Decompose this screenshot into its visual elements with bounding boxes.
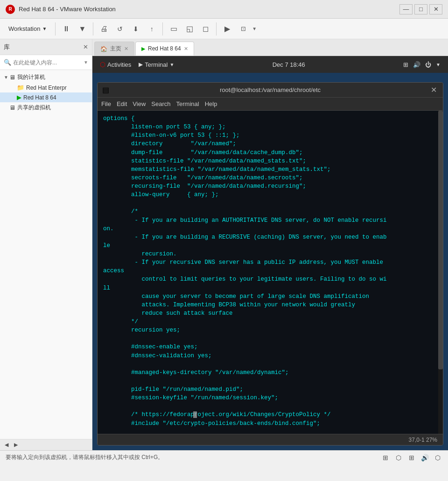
power-chevron-icon: ▼ <box>436 62 441 67</box>
tab-home-close-button[interactable]: ✕ <box>124 46 128 52</box>
status-bar: 要将输入定向到该虚拟机，请将鼠标指针移入其中或按 Ctrl+G。 ⊞ ⬡ ⊞ 🔊… <box>0 450 448 464</box>
status-icon-5[interactable]: ⬡ <box>433 453 442 462</box>
sidebar-search-container: 🔍 ▼ <box>0 55 92 70</box>
maximize-button[interactable]: □ <box>414 4 427 14</box>
tab-redhat[interactable]: ▶ Red Hat 8 64 ✕ <box>135 42 194 56</box>
terminal-close-button[interactable]: ✕ <box>429 85 438 95</box>
search-chevron-icon[interactable]: ▼ <box>84 60 88 65</box>
sidebar-prev-button[interactable]: ◀ <box>2 441 11 449</box>
tab-bar: 🏠 主页 ✕ ▶ Red Hat 8 64 ✕ <box>92 39 448 56</box>
sidebar-item-redhat-enterprise[interactable]: 📁 Red Hat Enterpr <box>0 83 92 92</box>
sidebar-close-button[interactable]: ✕ <box>83 43 88 50</box>
status-icon-2[interactable]: ⬡ <box>394 453 403 462</box>
status-icon-1[interactable]: ⊞ <box>381 453 390 462</box>
status-icon-4[interactable]: 🔊 <box>420 453 429 462</box>
sidebar-header: 库 ✕ <box>0 39 92 55</box>
send-ctrl-alt-del-button[interactable]: 🖨 <box>97 22 111 36</box>
view-normal-button[interactable]: ▭ <box>167 22 181 36</box>
vm-topbar: ⬡ Activities ▶ Terminal ▼ Dec 7 18:46 ⊞ … <box>92 56 448 73</box>
activities-button[interactable]: ⬡ Activities <box>100 61 131 68</box>
sidebar-item-redhat-64[interactable]: ▶ Red Hat 8 64 <box>0 92 92 102</box>
terminal-chevron-icon: ▼ <box>169 62 174 67</box>
terminal-app-button[interactable]: ▶ Terminal ▼ <box>139 61 174 68</box>
terminal-body[interactable]: options { listen-on port 53 { any; }; #l… <box>98 111 443 434</box>
toolbar-separator-3 <box>162 22 163 35</box>
menu-bar: Workstation ▼ ⏸ ▼ 🖨 ↺ ⬇ ↑ ▭ ◱ ◻ ▶ ⊡ ▼ <box>0 19 448 39</box>
terminal-icon: ▶ <box>139 61 143 68</box>
network-status-icon: ⊞ <box>403 61 408 68</box>
toolbar-separator-1 <box>55 22 56 35</box>
view-fullscreen-button[interactable]: ◱ <box>182 22 196 36</box>
sidebar-item-mycomputer[interactable]: ▼ 🖥 我的计算机 <box>0 72 92 83</box>
sidebar-bottom: ◀ ▶ <box>0 439 92 450</box>
terminal-statusbar: 37,0-1 27% <box>98 434 443 445</box>
terminal-menu-file[interactable]: File <box>101 100 111 107</box>
pause-button[interactable]: ⏸ <box>59 22 73 36</box>
main-area: 库 ✕ 🔍 ▼ ▼ 🖥 我的计算机 📁 Red Hat Enterpr ▶ Re… <box>0 39 448 450</box>
view-unity-button[interactable]: ◻ <box>198 22 212 36</box>
toolbar-btn-2[interactable]: ▼ <box>75 22 89 36</box>
folder-icon: 📁 <box>17 84 24 91</box>
suspend-button[interactable]: ⬇ <box>129 22 143 36</box>
vm-tab-icon: ▶ <box>141 46 145 52</box>
share-button[interactable]: ↑ <box>145 22 159 36</box>
status-icon-3[interactable]: ⊞ <box>407 453 416 462</box>
workstation-menu[interactable]: Workstation ▼ <box>4 23 51 34</box>
status-message: 要将输入定向到该虚拟机，请将鼠标指针移入其中或按 Ctrl+G。 <box>6 453 163 461</box>
sidebar-item-shared[interactable]: 🖥 共享的虚拟机 <box>0 102 92 113</box>
toolbar-separator-4 <box>216 22 217 35</box>
minimize-button[interactable]: — <box>399 4 413 14</box>
preferences-button[interactable]: ▶ <box>220 22 234 36</box>
computer-icon: 🖥 <box>9 74 15 81</box>
tab-area: 🏠 主页 ✕ ▶ Red Hat 8 64 ✕ ⬡ Activities <box>92 39 448 450</box>
home-icon: 🏠 <box>100 46 107 52</box>
sidebar: 库 ✕ 🔍 ▼ ▼ 🖥 我的计算机 📁 Red Hat Enterpr ▶ Re… <box>0 39 92 450</box>
toolbar-separator-2 <box>93 22 93 35</box>
volume-icon: 🔊 <box>413 61 420 68</box>
vm-datetime: Dec 7 18:46 <box>273 61 305 68</box>
title-bar: R Red Hat 8 64 - VMware Workstation — □ … <box>0 0 448 19</box>
terminal-menu-help[interactable]: Help <box>205 100 217 107</box>
terminal-menu-edit[interactable]: Edit <box>117 100 127 107</box>
app-logo: R <box>6 5 15 14</box>
terminal-titlebar: ▤ root@localhost:/var/named/chroot/etc ✕ <box>98 83 443 98</box>
terminal-scrollbar[interactable] <box>438 111 443 434</box>
terminal-title: root@localhost:/var/named/chroot/etc <box>112 86 429 93</box>
search-icon: 🔍 <box>4 59 11 66</box>
sidebar-next-button[interactable]: ▶ <box>11 441 21 449</box>
vm-running-icon: ▶ <box>17 94 21 101</box>
snapshot-manager-button[interactable]: ⊡ <box>236 22 250 36</box>
search-input[interactable] <box>13 59 84 66</box>
window-controls: — □ ✕ <box>399 4 442 14</box>
terminal-menu-view[interactable]: View <box>133 100 146 107</box>
close-button[interactable]: ✕ <box>429 4 442 14</box>
terminal-scroll-thumb[interactable] <box>438 111 443 369</box>
terminal-output: options { listen-on port 53 { any; }; #l… <box>103 114 437 428</box>
tab-home[interactable]: 🏠 主页 ✕ <box>94 42 134 56</box>
terminal-menu-search[interactable]: Search <box>151 100 170 107</box>
sidebar-tree: ▼ 🖥 我的计算机 📁 Red Hat Enterpr ▶ Red Hat 8 … <box>0 70 92 439</box>
terminal-window: ▤ root@localhost:/var/named/chroot/etc ✕… <box>97 82 443 446</box>
power-icon: ⏻ <box>425 61 431 68</box>
status-icons: ⊞ ⬡ ⊞ 🔊 ⬡ <box>381 453 442 462</box>
tab-redhat-close-button[interactable]: ✕ <box>184 46 188 52</box>
vm-content[interactable]: ⬡ Activities ▶ Terminal ▼ Dec 7 18:46 ⊞ … <box>92 56 448 450</box>
terminal-menubar: File Edit View Search Terminal Help <box>98 98 443 111</box>
revert-button[interactable]: ↺ <box>113 22 127 36</box>
window-title: Red Hat 8 64 - VMware Workstation <box>19 6 399 13</box>
cursor-indicator <box>193 411 197 418</box>
shared-vm-icon: 🖥 <box>9 104 15 111</box>
terminal-window-icon: ▤ <box>102 85 112 94</box>
redhat-logo: ⬡ <box>100 61 105 68</box>
terminal-menu-terminal[interactable]: Terminal <box>176 100 199 107</box>
